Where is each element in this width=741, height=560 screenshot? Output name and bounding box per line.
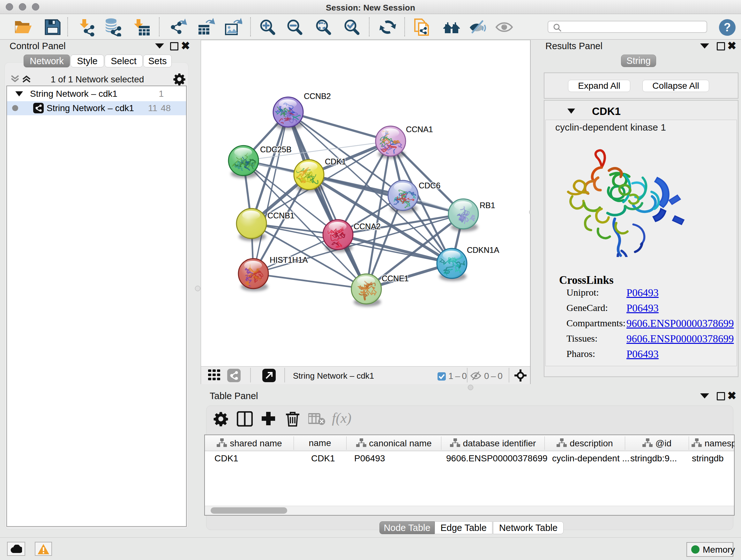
svg-text:CDK1: CDK1 bbox=[325, 157, 346, 166]
svg-text:CCNE1: CCNE1 bbox=[382, 274, 409, 283]
svg-text:CCNA1: CCNA1 bbox=[406, 125, 433, 134]
svg-text:CCNB1: CCNB1 bbox=[267, 211, 294, 220]
svg-text:CCNA2: CCNA2 bbox=[354, 222, 381, 231]
svg-text:RB1: RB1 bbox=[480, 201, 495, 210]
svg-text:CDKN1A: CDKN1A bbox=[467, 246, 499, 254]
svg-text:CDC25B: CDC25B bbox=[260, 145, 292, 154]
svg-text:HIST1H1A: HIST1H1A bbox=[270, 255, 308, 264]
svg-text:?: ? bbox=[724, 21, 731, 34]
svg-text:CDC6: CDC6 bbox=[419, 181, 441, 190]
svg-text:CCNB2: CCNB2 bbox=[304, 91, 331, 101]
